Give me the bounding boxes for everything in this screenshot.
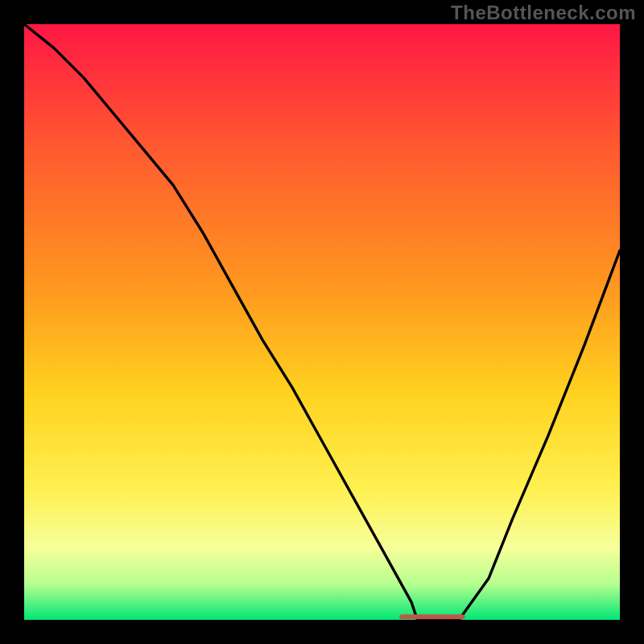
watermark-text: TheBottleneck.com	[451, 2, 636, 24]
bottleneck-chart	[0, 0, 644, 644]
chart-container: TheBottleneck.com	[0, 0, 644, 644]
valley-marker-band	[399, 614, 464, 619]
